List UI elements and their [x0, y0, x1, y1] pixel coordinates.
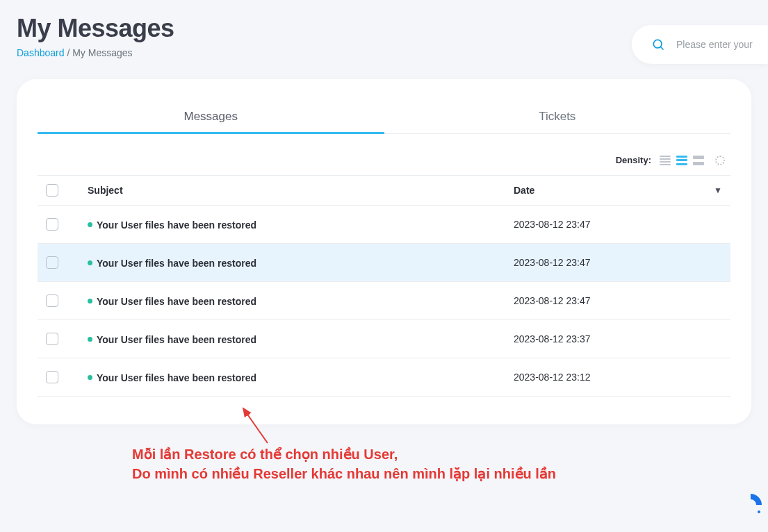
status-dot-icon — [88, 337, 92, 342]
tabs: Messages Tickets — [38, 100, 730, 134]
column-header-subject[interactable]: Subject — [88, 185, 514, 196]
row-checkbox[interactable] — [46, 333, 58, 345]
status-dot-icon — [88, 299, 92, 304]
breadcrumb-separator: / — [65, 47, 73, 58]
svg-point-0 — [653, 40, 662, 48]
annotation-line1: Mỗi lần Restore có thể chọn nhiều User, — [132, 444, 556, 464]
search-input[interactable] — [676, 39, 754, 50]
row-subject: Your User files have been restored — [97, 219, 256, 231]
messages-table: Subject Date ▼ Your User files have been… — [38, 175, 730, 397]
status-dot-icon — [88, 222, 92, 227]
table-row[interactable]: Your User files have been restored2023-0… — [38, 358, 730, 397]
breadcrumb-dashboard-link[interactable]: Dashboard — [17, 47, 65, 58]
breadcrumb-current: My Messages — [72, 47, 132, 58]
table-row[interactable]: Your User files have been restored2023-0… — [38, 282, 730, 320]
row-checkbox[interactable] — [46, 218, 58, 231]
row-subject: Your User files have been restored — [97, 372, 256, 383]
svg-point-4 — [758, 510, 760, 513]
row-date: 2023-08-12 23:47 — [514, 257, 591, 268]
row-subject: Your User files have been restored — [97, 334, 256, 345]
table-header: Subject Date ▼ — [38, 175, 730, 206]
annotation-text: Mỗi lần Restore có thể chọn nhiều User, … — [132, 444, 556, 483]
row-checkbox[interactable] — [46, 294, 58, 307]
search-icon — [651, 38, 665, 51]
row-date: 2023-08-12 23:47 — [514, 295, 591, 306]
table-row[interactable]: Your User files have been restored2023-0… — [38, 320, 730, 358]
row-checkbox[interactable] — [46, 371, 58, 383]
annotation-line2: Do mình có nhiều Reseller khác nhau nên … — [132, 464, 556, 483]
tab-tickets[interactable]: Tickets — [384, 100, 731, 133]
status-dot-icon — [88, 260, 92, 265]
density-compact-icon[interactable] — [660, 156, 671, 165]
messages-card: Messages Tickets Density: Subject Date ▼… — [17, 79, 751, 424]
recaptcha-badge — [733, 488, 768, 522]
row-date: 2023-08-12 23:12 — [514, 372, 591, 383]
table-row[interactable]: Your User files have been restored2023-0… — [38, 206, 730, 244]
svg-line-1 — [661, 47, 664, 50]
density-controls: Density: — [38, 155, 730, 165]
column-header-date[interactable]: Date — [514, 185, 534, 196]
row-date: 2023-08-12 23:37 — [514, 333, 591, 344]
row-subject: Your User files have been restored — [97, 258, 256, 269]
select-all-checkbox[interactable] — [46, 184, 58, 197]
table-row[interactable]: Your User files have been restored2023-0… — [38, 244, 730, 282]
search-box[interactable] — [632, 25, 768, 64]
density-normal-icon[interactable] — [676, 156, 687, 165]
row-date: 2023-08-12 23:47 — [514, 219, 591, 230]
tab-messages[interactable]: Messages — [38, 100, 384, 133]
status-dot-icon — [88, 375, 92, 380]
row-checkbox[interactable] — [46, 256, 58, 269]
refresh-icon[interactable] — [715, 156, 725, 165]
sort-desc-icon[interactable]: ▼ — [714, 185, 722, 195]
recaptcha-icon — [737, 491, 765, 519]
density-wide-icon[interactable] — [693, 156, 704, 165]
row-subject: Your User files have been restored — [97, 296, 256, 307]
density-label: Density: — [616, 155, 651, 165]
